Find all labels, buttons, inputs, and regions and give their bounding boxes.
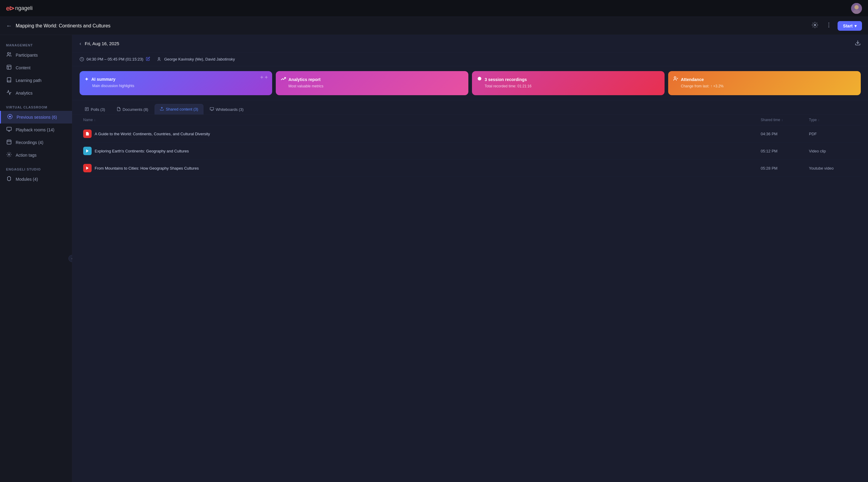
shared-content-table: Name ↕ Shared time ↕ Type ↕ — [72, 115, 868, 177]
sidebar-item-analytics[interactable]: Analytics — [0, 87, 72, 99]
svg-point-17 — [158, 58, 160, 59]
file-name: Exploring Earth's Continents: Geography … — [95, 149, 189, 153]
file-cell: PDF A Guide to the World: Continents, Co… — [83, 130, 761, 138]
attendance-card-header: Attendance — [673, 76, 856, 83]
attendance-card-icon — [673, 76, 678, 83]
session-time-text: 04:30 PM – 05:45 PM (01:15:23) — [87, 57, 144, 61]
content-area: ‹ Fri, Aug 16, 2025 04:30 PM – 05:45 PM … — [72, 35, 868, 482]
tab-shared-content[interactable]: Shared content (3) — [155, 104, 204, 115]
logo-symbol: e⊳ — [6, 4, 14, 12]
ai-summary-card[interactable]: ✦ AI summary Main discussion highlights … — [80, 71, 272, 95]
svg-point-10 — [9, 116, 11, 118]
analytics-report-card[interactable]: Analytics report Most valuable metrics — [276, 71, 468, 95]
attendance-card[interactable]: Attendance Change from last: ↑ +3.2% — [668, 71, 861, 95]
analytics-icon — [6, 90, 12, 96]
tab-documents[interactable]: Documents (8) — [112, 104, 153, 115]
svg-point-4 — [829, 23, 830, 24]
attendance-card-subtitle: Change from last: ↑ +3.2% — [673, 84, 856, 88]
sidebar-item-content[interactable]: Content — [0, 61, 72, 74]
youtube-icon — [83, 164, 92, 172]
shared-time-sort-icon: ↕ — [781, 118, 783, 122]
polls-tab-icon — [85, 107, 89, 112]
svg-rect-25 — [210, 107, 214, 110]
analytics-card-header: Analytics report — [281, 76, 464, 83]
svg-marker-28 — [86, 167, 89, 170]
sidebar-item-playback-rooms[interactable]: Playback rooms (14) — [0, 124, 72, 136]
tab-whiteboards[interactable]: Whiteboards (3) — [205, 104, 249, 115]
current-date: Fri, Aug 16, 2025 — [85, 41, 119, 46]
name-column-label: Name — [83, 118, 93, 122]
sidebar-item-action-tags[interactable]: Action tags — [0, 149, 72, 161]
svg-point-3 — [814, 24, 816, 26]
pdf-icon: PDF — [83, 130, 92, 138]
recordings-card-header: 3 session recordings — [477, 76, 660, 83]
file-type: PDF — [809, 132, 857, 136]
table-row[interactable]: Exploring Earth's Continents: Geography … — [80, 142, 861, 160]
svg-rect-12 — [7, 140, 11, 144]
tab-polls[interactable]: Polls (3) — [80, 104, 110, 115]
svg-point-5 — [829, 25, 830, 26]
start-button[interactable]: Start ▾ — [838, 21, 862, 31]
date-navigation: ‹ Fri, Aug 16, 2025 — [80, 41, 119, 46]
file-cell: Exploring Earth's Continents: Geography … — [83, 147, 761, 155]
file-cell: From Mountains to Cities: How Geography … — [83, 164, 761, 172]
prev-date-button[interactable]: ‹ — [80, 41, 81, 46]
card-decoration: ✦✦ — [259, 74, 269, 81]
studio-section-label: ENGAGELI STUDIO — [0, 165, 72, 173]
table-row[interactable]: From Mountains to Cities: How Geography … — [80, 160, 861, 177]
learning-path-icon — [6, 77, 12, 84]
sidebar-item-modules[interactable]: Modules (4) — [0, 173, 72, 186]
table-row[interactable]: PDF A Guide to the World: Continents, Co… — [80, 125, 861, 142]
participants-icon — [6, 52, 12, 59]
ai-card-icon: ✦ — [84, 76, 89, 83]
hosts-text: George Kavinsky (Me), David Jabotinsky — [164, 57, 235, 61]
shared-time-column-label: Shared time — [761, 118, 780, 122]
shared-time-column-header[interactable]: Shared time ↕ — [761, 118, 809, 122]
session-title: Mapping the World: Continents and Cultur… — [16, 23, 111, 29]
whiteboards-tab-label: Whiteboards (3) — [216, 107, 244, 112]
sidebar-toggle-button[interactable]: ‹ — [68, 255, 72, 262]
type-column-header[interactable]: Type ↕ — [809, 118, 857, 122]
documents-tab-icon — [117, 107, 121, 112]
more-options-button[interactable] — [824, 20, 834, 32]
download-button[interactable] — [855, 40, 861, 47]
recordings-card-icon — [477, 76, 482, 83]
sidebar-item-participants[interactable]: Participants — [0, 49, 72, 61]
svg-text:PDF: PDF — [87, 134, 89, 135]
date-header: ‹ Fri, Aug 16, 2025 — [72, 35, 868, 53]
previous-sessions-icon — [7, 114, 13, 121]
main-layout: ‹ MANAGEMENT Participants Content — [0, 35, 868, 482]
svg-rect-11 — [7, 127, 11, 130]
analytics-card-title: Analytics report — [288, 77, 321, 82]
shared-content-tab-icon — [160, 107, 164, 112]
video-icon — [83, 147, 92, 155]
learning-path-label: Learning path — [16, 78, 41, 83]
type-column-label: Type — [809, 118, 817, 122]
name-sort-icon: ↕ — [94, 118, 96, 122]
app-logo: e⊳ ngageli — [6, 4, 33, 12]
content-tabs: Polls (3) Documents (8) — [72, 100, 868, 115]
playback-rooms-icon — [6, 127, 12, 133]
svg-marker-14 — [7, 176, 11, 181]
svg-rect-8 — [7, 65, 11, 69]
edit-time-icon[interactable] — [146, 57, 150, 62]
file-name: A Guide to the World: Continents, Countr… — [95, 132, 210, 136]
ai-card-subtitle: Main discussion highlights — [84, 84, 267, 88]
sidebar-item-previous-sessions[interactable]: Previous sessions (6) — [0, 111, 72, 124]
name-column-header[interactable]: Name ↕ — [83, 118, 761, 122]
recordings-icon — [6, 139, 12, 146]
session-info: 04:30 PM – 05:45 PM (01:15:23) George Ka… — [72, 53, 868, 66]
settings-button[interactable] — [810, 20, 820, 32]
type-sort-icon: ↕ — [818, 118, 819, 122]
analytics-label: Analytics — [16, 91, 33, 96]
recordings-card-title: 3 session recordings — [485, 77, 527, 82]
recordings-card-subtitle: Total recorded time: 01:21:16 — [477, 84, 660, 88]
svg-point-13 — [8, 154, 10, 155]
user-avatar[interactable] — [851, 3, 862, 14]
back-button[interactable]: ← — [6, 22, 12, 29]
recordings-card[interactable]: 3 session recordings Total recorded time… — [472, 71, 664, 95]
svg-point-7 — [7, 53, 9, 54]
file-type: Youtube video — [809, 166, 857, 170]
sidebar-item-recordings[interactable]: Recordings (4) — [0, 136, 72, 149]
sidebar-item-learning-path[interactable]: Learning path — [0, 74, 72, 87]
